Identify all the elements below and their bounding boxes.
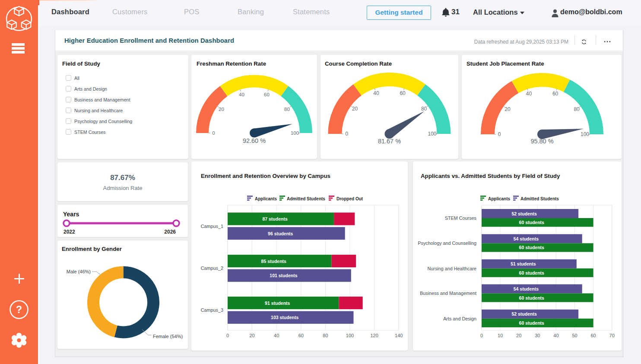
svg-text:0: 0 <box>212 130 215 136</box>
svg-text:0: 0 <box>480 333 483 338</box>
svg-text:120: 120 <box>370 333 378 338</box>
svg-text:Applicants: Applicants <box>255 196 277 201</box>
svg-text:60 students: 60 students <box>519 295 545 301</box>
svg-text:40: 40 <box>239 92 244 97</box>
svg-text:Campus_3: Campus_3 <box>201 307 223 313</box>
svg-text:100: 100 <box>428 131 436 137</box>
svg-text:40: 40 <box>373 90 379 96</box>
svg-text:30: 30 <box>535 333 540 338</box>
svg-text:100: 100 <box>346 333 354 338</box>
svg-text:Campus_1: Campus_1 <box>201 224 223 229</box>
svg-text:Female (54%): Female (54%) <box>153 334 183 339</box>
svg-text:Business and Management: Business and Management <box>420 291 476 296</box>
svg-text:60: 60 <box>400 90 406 96</box>
svg-text:Psychology and Counselling: Psychology and Counselling <box>418 241 476 246</box>
svg-text:Dropped Out: Dropped Out <box>336 196 363 201</box>
svg-text:0: 0 <box>226 333 229 338</box>
svg-text:52 students: 52 students <box>511 211 537 216</box>
svg-text:80: 80 <box>574 106 580 112</box>
svg-text:52 students: 52 students <box>511 311 537 317</box>
svg-text:96 students: 96 students <box>268 231 293 236</box>
svg-text:80: 80 <box>284 107 290 112</box>
svg-text:Admitted Students: Admitted Students <box>287 196 325 201</box>
svg-text:60: 60 <box>264 92 270 97</box>
svg-text:20: 20 <box>505 106 511 112</box>
svg-text:60 students: 60 students <box>519 220 545 225</box>
svg-text:STEM Courses: STEM Courses <box>445 215 477 221</box>
svg-text:40: 40 <box>274 333 279 338</box>
svg-text:103 students: 103 students <box>271 315 298 320</box>
svg-text:20: 20 <box>516 333 521 338</box>
svg-text:80: 80 <box>421 106 427 112</box>
svg-text:140: 140 <box>395 333 403 338</box>
svg-text:60: 60 <box>298 333 304 338</box>
svg-text:Arts and Design: Arts and Design <box>443 316 476 321</box>
svg-text:20: 20 <box>219 107 224 112</box>
svg-text:80: 80 <box>323 333 328 338</box>
svg-text:95.80 %: 95.80 % <box>530 138 553 145</box>
svg-text:10: 10 <box>498 333 503 338</box>
svg-text:Nursing and Healthcare: Nursing and Healthcare <box>428 266 476 271</box>
svg-text:Applicants: Applicants <box>488 196 511 201</box>
svg-text:Campus_2: Campus_2 <box>201 266 223 271</box>
svg-text:60 students: 60 students <box>519 320 545 326</box>
svg-text:0: 0 <box>498 131 501 137</box>
svg-text:60: 60 <box>552 91 558 97</box>
svg-text:85 students: 85 students <box>261 259 287 264</box>
svg-text:100: 100 <box>291 130 299 136</box>
svg-text:60 students: 60 students <box>519 270 545 275</box>
svg-text:Admitted Students: Admitted Students <box>520 196 559 201</box>
svg-text:87 students: 87 students <box>262 216 288 222</box>
svg-text:0: 0 <box>345 131 348 137</box>
svg-text:54 students: 54 students <box>514 236 539 241</box>
svg-text:Male (46%): Male (46%) <box>67 269 91 274</box>
svg-text:20: 20 <box>249 333 254 338</box>
svg-text:40: 40 <box>526 91 532 97</box>
svg-text:50: 50 <box>572 333 577 338</box>
svg-text:20: 20 <box>352 106 358 112</box>
svg-text:92.60 %: 92.60 % <box>243 137 266 144</box>
svg-text:101 students: 101 students <box>270 273 297 278</box>
svg-text:40: 40 <box>553 333 558 338</box>
svg-text:?: ? <box>16 304 22 315</box>
svg-text:60 students: 60 students <box>519 245 545 250</box>
svg-text:91 students: 91 students <box>265 301 290 306</box>
svg-text:51 students: 51 students <box>511 261 536 266</box>
svg-text:54 students: 54 students <box>514 286 539 291</box>
svg-text:60: 60 <box>590 333 596 338</box>
svg-text:100: 100 <box>581 131 589 137</box>
svg-text:81.67 %: 81.67 % <box>378 138 401 145</box>
svg-text:70: 70 <box>609 333 615 338</box>
